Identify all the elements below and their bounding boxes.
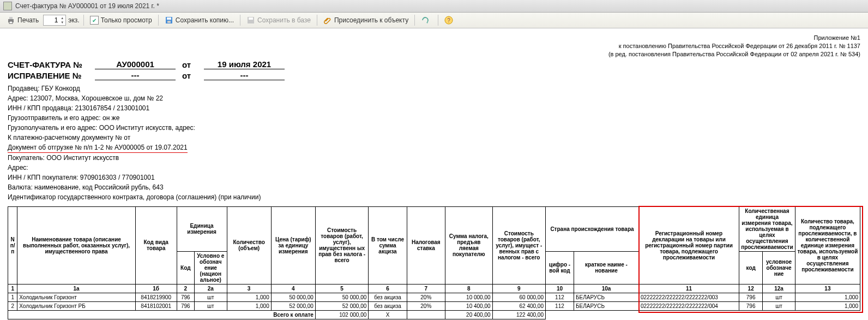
checkbox-icon <box>90 16 99 25</box>
th-unit: Единица измерения <box>177 206 227 251</box>
annex-line: к постановлению Правительства Российской… <box>8 42 860 50</box>
save-db-button[interactable]: Сохранить в базе <box>243 14 315 26</box>
attach-button[interactable]: Присоединить к объекту <box>320 14 412 26</box>
title-bar: Счет-фактура № АУ000001 от 19 июля 2021 … <box>0 0 868 13</box>
svg-rect-2 <box>9 21 13 23</box>
th-origin: Страна происхождения товара <box>545 206 638 251</box>
svg-text:?: ? <box>447 17 450 23</box>
th-unit-name: Условно е обознач ение (национ альное) <box>195 251 227 284</box>
save-db-label: Сохранить в базе <box>257 16 311 24</box>
th-excise: В том числе сумма акциза <box>369 206 407 284</box>
header-grid: СЧЕТ-ФАКТУРА № АУ000001 от 19 июля 2021 … <box>8 60 860 80</box>
table-row: 2Холодильник Горизонт РБ8418102001796шт1… <box>8 301 860 310</box>
help-icon: ? <box>444 16 453 25</box>
th-trace-code: код <box>739 251 763 284</box>
table-wrap: N п/п Наименование товара (описание выпо… <box>8 206 860 319</box>
document-area: Приложение №1 к постановлению Правительс… <box>0 28 868 320</box>
totals-cost: 102 000,00 <box>315 310 368 319</box>
buyer-inn: ИНН / КПП покупателя: 9709016303 / 77090… <box>8 173 860 182</box>
th-code: Код вида товара <box>135 206 177 284</box>
window-icon <box>3 2 12 10</box>
printer-icon <box>7 16 15 25</box>
th-unit-code: Код <box>177 251 194 284</box>
attach-icon <box>323 16 332 25</box>
annex-block: Приложение №1 к постановлению Правительс… <box>8 34 860 58</box>
help-button[interactable]: ? <box>441 14 459 26</box>
info-block: Продавец: ГБУ Конкорд Адрес: 123007, Мос… <box>8 84 860 202</box>
refresh-button[interactable] <box>417 14 436 26</box>
copies-input[interactable] <box>44 16 59 24</box>
copies-suffix: экз. <box>68 16 79 24</box>
th-cost: Стоимость товаров (работ, услуг), имущес… <box>315 206 368 284</box>
th-trace-qty: Количество товара, подлежащего прослежив… <box>795 206 860 284</box>
print-button[interactable]: Печать <box>3 14 43 26</box>
refresh-icon <box>421 16 430 25</box>
totals-total: 122 400,00 <box>492 310 545 319</box>
shipment-doc: Документ об отгрузке № п/п 1-2 № АУ00000… <box>8 143 188 153</box>
table-row: 1Холодильник Горизонт8418219900796шт1,00… <box>8 293 860 301</box>
toolbar: Печать ▲▼ экз. Только просмотр Сохранить… <box>0 13 868 28</box>
buyer: Покупатель: ООО Институт искусств <box>8 153 860 163</box>
invoice-date: 19 июля 2021 <box>204 60 285 69</box>
th-rate: Налоговая ставка <box>407 206 445 284</box>
totals-row: Всего к оплате 102 000,00 Х 20 400,00 12… <box>8 310 860 319</box>
consignee: Грузополучатель и его адрес: ООО Институ… <box>8 123 860 133</box>
th-qty: Количество (объем) <box>227 206 271 284</box>
th-decl: Регистрационный номер декларации на това… <box>639 206 739 284</box>
invoice-number: АУ000001 <box>95 60 176 69</box>
attach-label: Присоединить к объекту <box>334 16 408 24</box>
currency: Валюта: наименование, код Российский руб… <box>8 182 860 192</box>
seller-address: Адрес: 123007, Москва, Хорошевское ш, до… <box>8 93 860 103</box>
svg-rect-5 <box>167 21 171 23</box>
th-price: Цена (тариф) за единицу измерения <box>271 206 315 284</box>
svg-rect-7 <box>249 17 253 20</box>
annex-line: Приложение №1 <box>8 34 860 42</box>
correction-label: ИСПРАВЛЕНИЕ № <box>8 71 95 80</box>
th-trace-unit: Количественная единица измерения товара,… <box>739 206 795 251</box>
window-title: Счет-фактура № АУ000001 от 19 июля 2021 … <box>15 2 159 10</box>
th-tax: Сумма налога, предъяв ляемая покупателю <box>445 206 493 284</box>
th-trace-name: условное обозначе ние <box>763 251 795 284</box>
from-label: от <box>182 60 204 69</box>
invoice-label: СЧЕТ-ФАКТУРА № <box>8 60 95 69</box>
spin-up-icon[interactable]: ▲ <box>59 16 65 20</box>
payment-doc: К платежно-расчетному документу № от <box>8 133 860 143</box>
th-origin-code: цифро - вой код <box>545 251 574 284</box>
print-label: Печать <box>17 16 39 24</box>
buyer-address: Адрес: <box>8 163 860 173</box>
th-name: Наименование товара (описание выполненны… <box>17 206 135 284</box>
invoice-table: N п/п Наименование товара (описание выпо… <box>8 206 860 319</box>
totals-label: Всего к оплате <box>8 310 316 319</box>
th-total: Стоимость товаров (работ, услуг), имущес… <box>492 206 545 284</box>
save-copy-label: Сохранить копию... <box>176 16 234 24</box>
seller: Продавец: ГБУ Конкорд <box>8 84 860 93</box>
seller-inn: ИНН / КПП продавца: 2130167854 / 2130010… <box>8 103 860 113</box>
spin-down-icon[interactable]: ▼ <box>59 20 65 25</box>
correction-number: --- <box>95 70 176 80</box>
preview-label: Только просмотр <box>101 16 152 24</box>
colnum-row: 1 1а 1б 2 2а 3 4 5 6 7 8 9 10 10а 11 12 … <box>8 284 860 293</box>
preview-toggle[interactable]: Только просмотр <box>86 14 156 26</box>
from-label: от <box>182 71 204 80</box>
th-npp: N п/п <box>8 206 17 284</box>
diskette-icon <box>165 16 173 25</box>
th-origin-name: краткое наиме - нование <box>574 251 638 284</box>
diskette-db-icon <box>246 16 255 25</box>
annex-line: (в ред. постановления Правительства Росс… <box>8 50 860 58</box>
shipper: Грузоотправитель и его адрес: он же <box>8 113 860 123</box>
svg-rect-1 <box>9 17 13 19</box>
correction-date: --- <box>204 70 285 80</box>
save-copy-button[interactable]: Сохранить копию... <box>161 14 238 26</box>
contract-id: Идентификатор государственного контракта… <box>8 192 860 202</box>
copies-spinner[interactable]: ▲▼ <box>43 15 66 26</box>
svg-rect-4 <box>167 17 171 20</box>
totals-exc: Х <box>369 310 407 319</box>
totals-tax: 20 400,00 <box>445 310 493 319</box>
